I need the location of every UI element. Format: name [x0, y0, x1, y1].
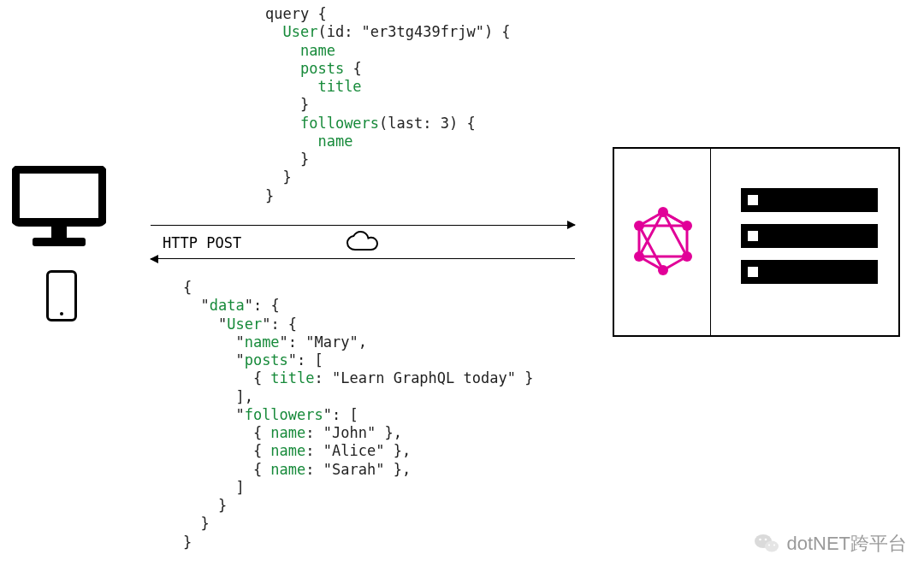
svg-point-9: [634, 221, 644, 231]
svg-point-6: [682, 251, 692, 262]
clients-column: [12, 166, 106, 321]
graphql-response-code: { "data": { "User": { "name": "Mary", "p…: [183, 279, 533, 551]
svg-point-13: [765, 539, 767, 541]
svg-rect-1: [51, 222, 67, 238]
cloud-icon: [345, 231, 381, 253]
svg-point-5: [682, 221, 692, 231]
svg-point-11: [765, 541, 779, 552]
watermark-text: dotNET跨平台: [786, 531, 907, 557]
server-box: [613, 147, 900, 337]
mobile-phone-icon: [46, 270, 77, 321]
database-icon: [741, 260, 878, 284]
database-icon: [741, 224, 878, 248]
svg-point-8: [634, 251, 644, 262]
svg-rect-0: [15, 169, 103, 222]
graphql-logo-icon: [633, 207, 693, 275]
svg-point-14: [768, 544, 770, 545]
svg-point-4: [658, 207, 668, 217]
server-divider: [710, 149, 711, 335]
svg-point-7: [658, 265, 668, 275]
svg-point-12: [760, 539, 762, 541]
desktop-monitor-icon: [12, 166, 106, 251]
watermark: dotNET跨平台: [754, 531, 907, 557]
http-method-label: HTTP POST: [163, 234, 241, 251]
response-arrow: [151, 258, 575, 259]
wechat-icon: [754, 533, 779, 555]
svg-rect-2: [33, 238, 86, 246]
svg-point-15: [773, 544, 775, 545]
request-arrow: [151, 225, 575, 226]
database-stack: [741, 188, 878, 284]
request-response-arrows: HTTP POST: [151, 225, 575, 259]
database-icon: [741, 188, 878, 212]
graphql-query-code: query { User(id: "er3tg439frjw") { name …: [265, 5, 511, 205]
